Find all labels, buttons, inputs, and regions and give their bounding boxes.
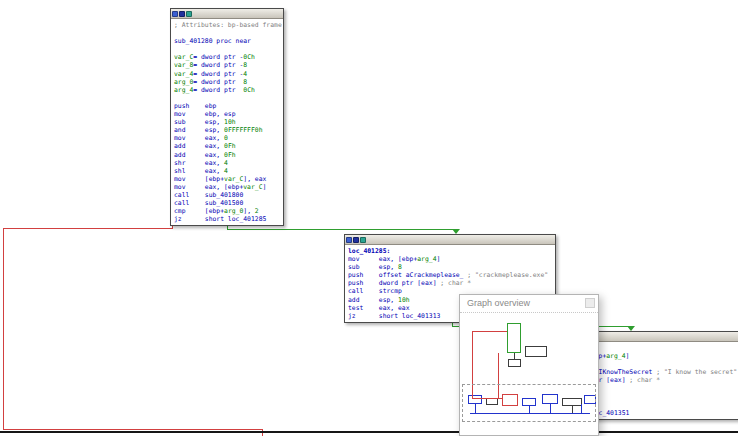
asm-line[interactable]: call sub_401800 — [174, 191, 280, 199]
asm-line[interactable]: ; Attributes: bp-based frame — [174, 21, 280, 29]
asm-line[interactable]: mov eax, 0 — [174, 134, 280, 142]
asm-line[interactable] — [174, 94, 280, 102]
node-toolbar-icon[interactable] — [179, 11, 185, 17]
red-flow-edge — [3, 429, 263, 430]
node-toolbar-icon[interactable] — [172, 11, 178, 17]
node-toolbar-icon[interactable] — [346, 237, 352, 243]
basic-block-sub-401280[interactable]: ; Attributes: bp-based frame sub_401280 … — [170, 8, 284, 226]
graph-overview-header[interactable]: Graph overview — [460, 295, 598, 313]
asm-line[interactable]: cmp [ebp+arg_0], 2 — [174, 207, 280, 215]
graph-overview-menu-button[interactable] — [585, 298, 595, 308]
minimap-block — [508, 359, 521, 367]
node-toolbar-icon[interactable] — [353, 237, 359, 243]
red-flow-edge — [3, 228, 173, 229]
green-flow-edge — [227, 229, 457, 230]
asm-line[interactable]: mov ebp, esp — [174, 110, 280, 118]
asm-line[interactable]: sub esp, 10h — [174, 118, 280, 126]
asm-line[interactable]: mov [ebp+var_C], eax — [174, 175, 280, 183]
asm-line[interactable] — [174, 45, 280, 53]
asm-line[interactable]: var_C= dword ptr -0Ch — [174, 53, 280, 61]
node-toolbar-icon[interactable] — [186, 11, 192, 17]
ida-graph-view[interactable]: ; Attributes: bp-based frame sub_401280 … — [0, 0, 738, 436]
asm-line[interactable]: push ebp — [174, 102, 280, 110]
graph-overview-panel[interactable]: Graph overview — [459, 294, 599, 436]
asm-line[interactable]: call sub_401500 — [174, 199, 280, 207]
asm-line[interactable]: sub_401280 proc near — [174, 37, 280, 45]
minimap-block — [507, 323, 521, 353]
minimap-edge — [472, 331, 507, 332]
asm-line[interactable]: add eax, 0Fh — [174, 142, 280, 150]
asm-line[interactable]: shl eax, 4 — [174, 167, 280, 175]
minimap-edge — [514, 353, 515, 359]
asm-line[interactable]: arg_0= dword ptr 8 — [174, 78, 280, 86]
block-code: ; Attributes: bp-based frame sub_401280 … — [171, 19, 283, 225]
minimap-viewport-rect[interactable] — [462, 384, 596, 422]
asm-line[interactable]: push dword ptr [eax] ; char * — [348, 279, 552, 287]
asm-line[interactable]: add eax, 0Fh — [174, 151, 280, 159]
asm-line[interactable]: jz short loc_401285 — [174, 215, 280, 223]
red-flow-edge — [3, 228, 4, 430]
asm-line[interactable]: var_4= dword ptr -4 — [174, 70, 280, 78]
asm-line[interactable]: mov eax, [ebp+arg_4] — [348, 255, 552, 263]
minimap-block — [525, 346, 547, 357]
asm-line[interactable]: shr eax, 4 — [174, 159, 280, 167]
asm-line[interactable]: and esp, 0FFFFFFF0h — [174, 126, 280, 134]
canvas-bottom-border — [0, 431, 738, 433]
node-toolbar-icon[interactable] — [360, 237, 366, 243]
graph-overview-minimap[interactable] — [460, 313, 598, 435]
asm-line[interactable]: push offset aCrackmeplease_ ; "crackmepl… — [348, 271, 552, 279]
asm-line[interactable] — [174, 29, 280, 37]
block-titlebar[interactable] — [171, 9, 283, 19]
asm-line[interactable]: var_8= dword ptr -8 — [174, 61, 280, 69]
graph-overview-title: Graph overview — [467, 298, 530, 308]
asm-line[interactable]: loc_401285: — [348, 247, 552, 255]
asm-line[interactable]: sub esp, 8 — [348, 263, 552, 271]
block-titlebar[interactable] — [345, 235, 555, 245]
asm-line[interactable]: arg_4= dword ptr 0Ch — [174, 86, 280, 94]
asm-line[interactable]: mov eax, [ebp+var_C] — [174, 183, 280, 191]
